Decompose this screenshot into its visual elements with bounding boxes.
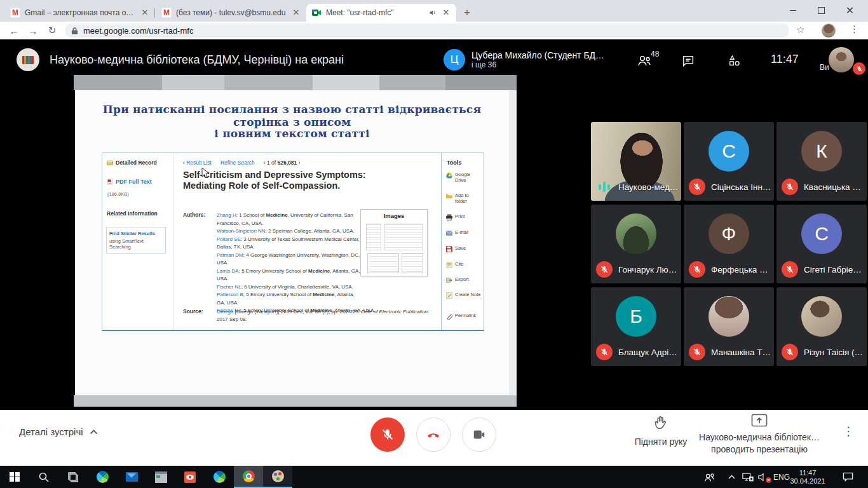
task-view-button[interactable] [58, 466, 88, 488]
tab-audio-icon[interactable] [429, 9, 437, 17]
chrome-icon [243, 470, 255, 482]
new-tab-button[interactable]: + [459, 4, 475, 21]
network-display-icon [742, 472, 754, 482]
camera-toggle-button[interactable] [462, 417, 496, 452]
taskbar-edge-1[interactable] [88, 466, 117, 488]
window-maximize-button[interactable] [807, 0, 836, 21]
self-avatar[interactable] [829, 47, 854, 72]
tab-close-icon[interactable]: ✕ [441, 8, 451, 18]
chevron-up-icon [728, 475, 735, 479]
tab-meet-active[interactable]: Meet: "usr-rtad-mfc" ✕ [306, 4, 456, 22]
url-text: meet.google.com/usr-rtad-mfc [83, 26, 193, 36]
tab-gmail-1[interactable]: M Gmail – электронная почта от G ✕ [5, 4, 155, 22]
mouse-cursor [201, 167, 210, 179]
shared-window-scrollbar [509, 90, 517, 395]
authors-label: Authors: [183, 212, 205, 218]
window-close-button[interactable]: ✕ [836, 0, 864, 21]
result-navigation: ‹ Result List Refine Search ‹ 1 of 526,0… [183, 159, 301, 166]
tool-add-to-folder: Add to folder [446, 193, 482, 204]
participant-tile[interactable]: Б Блащук Адрі… [591, 287, 681, 366]
action-center-button[interactable] [836, 466, 859, 488]
participant-tile[interactable]: Різун Таісія (… [776, 287, 867, 366]
avatar: С [801, 214, 842, 254]
author-row: Pollard SE; 3 University of Texas Southw… [217, 236, 363, 252]
meet-icon [311, 8, 322, 18]
participant-tile[interactable]: Ф Ферфецька … [684, 205, 774, 283]
tab-close-icon[interactable]: ✕ [291, 8, 301, 18]
presentation-banner: Науково-медична бібліотека (БДМУ, Чернів… [50, 53, 344, 67]
back-button[interactable]: ← [6, 23, 22, 38]
start-button[interactable] [0, 466, 29, 488]
browser-menu-icon[interactable]: ⋮ [850, 24, 859, 35]
taskbar-image-viewer[interactable] [175, 466, 205, 488]
windows-taskbar: ✕ ENG 11:47 30.04.2021 [0, 466, 868, 488]
avatar: Б [616, 296, 656, 337]
camera-icon [472, 428, 486, 442]
paint-icon [272, 470, 284, 482]
tab-close-icon[interactable]: ✕ [140, 8, 150, 18]
more-options-icon[interactable]: ⋮ [843, 424, 855, 438]
detailed-record-link: Detailed Record [107, 159, 157, 166]
active-speaker-overlay[interactable]: Ц Цубера Михайло (Студент БД… і ще 36 [437, 44, 614, 74]
tray-expand-button[interactable] [723, 466, 740, 488]
meeting-details-button[interactable]: Деталі зустрічі [19, 426, 98, 437]
participant-tile[interactable]: С Сігеті Габріе… [776, 205, 867, 283]
participant-name: Ферфецька … [711, 265, 768, 274]
participant-tile[interactable]: Гончарук Лю… [591, 205, 681, 283]
mic-muted-icon [689, 261, 705, 278]
mic-muted-icon [689, 344, 705, 360]
participant-tile[interactable]: К Квасницька … [776, 122, 867, 201]
tray-clock[interactable]: 11:47 30.04.2021 [788, 466, 827, 488]
taskbar-mail[interactable] [117, 466, 146, 488]
taskbar-device-app[interactable] [146, 466, 175, 488]
find-similar-box: Find Similar Results using SmartText Sea… [106, 227, 166, 254]
participant-name: Різун Таісія (… [804, 348, 863, 357]
participant-tile[interactable]: С Сіцінська Інн… [684, 122, 774, 201]
taskbar-people-button[interactable] [698, 466, 721, 488]
activities-button[interactable] [728, 54, 742, 68]
participant-tile[interactable]: Манашкіна Т… [684, 287, 774, 366]
phone-hangup-icon [425, 426, 442, 443]
tab-gmail-2[interactable]: M (без теми) - tulev.sv@bsmu.edu ✕ [156, 4, 306, 22]
authors-list: Zhang H; 1 School of Medicine, Universit… [217, 212, 363, 315]
taskbar-edge-2[interactable] [205, 466, 234, 488]
participants-button[interactable]: 48 [637, 53, 652, 67]
shared-window-top-band [74, 75, 517, 90]
gmail-icon: M [10, 8, 20, 18]
taskbar-chrome-active[interactable] [234, 466, 263, 488]
mic-muted-icon [782, 261, 798, 278]
end-call-button[interactable] [416, 417, 451, 452]
chat-button[interactable] [681, 54, 695, 68]
tool-save: Save [446, 246, 482, 252]
participant-name: Науково-мед… [618, 182, 678, 192]
browser-profile-avatar[interactable] [822, 24, 836, 37]
find-similar-link: Find Similar Results [109, 231, 163, 236]
window-minimize-button[interactable] [778, 0, 807, 21]
address-bar[interactable]: meet.google.com/usr-rtad-mfc [65, 24, 789, 37]
edge-icon [97, 471, 109, 483]
presenting-status[interactable]: Науково-медична бібліотек… проводить пре… [699, 414, 820, 456]
image-thumbnail [384, 224, 423, 250]
image-thumbnail [366, 224, 381, 250]
avatar-photo [709, 296, 749, 337]
edge-icon [214, 471, 226, 483]
ebsco-main-column: ‹ Result List Refine Search ‹ 1 of 526,0… [174, 153, 441, 330]
people-icon [703, 472, 715, 482]
taskbar-paint-open[interactable] [263, 466, 292, 488]
participant-tile-video[interactable]: Науково-мед… [591, 122, 681, 201]
raise-hand-button[interactable]: Підняти руку [632, 415, 689, 447]
tool-email: E-mail [446, 230, 482, 236]
mic-toggle-button-muted[interactable] [370, 417, 405, 452]
author-row: Fischer NL; 6 University of Virginia, Ch… [217, 283, 363, 292]
hand-icon [653, 415, 668, 433]
related-information-heading: Related Information [107, 210, 158, 217]
image-thumbnail [367, 253, 399, 273]
forward-button[interactable]: → [25, 23, 41, 38]
tool-print: Print [446, 214, 482, 220]
reload-button[interactable]: ↻ [44, 23, 60, 38]
image-thumbnail [402, 253, 423, 273]
bookmark-star-icon[interactable]: ☆ [796, 24, 804, 36]
article-title: Self-Criticism and Depressive Symptoms: … [183, 170, 393, 191]
taskbar-search-button[interactable] [29, 466, 58, 488]
source-label: Source: [183, 308, 203, 315]
